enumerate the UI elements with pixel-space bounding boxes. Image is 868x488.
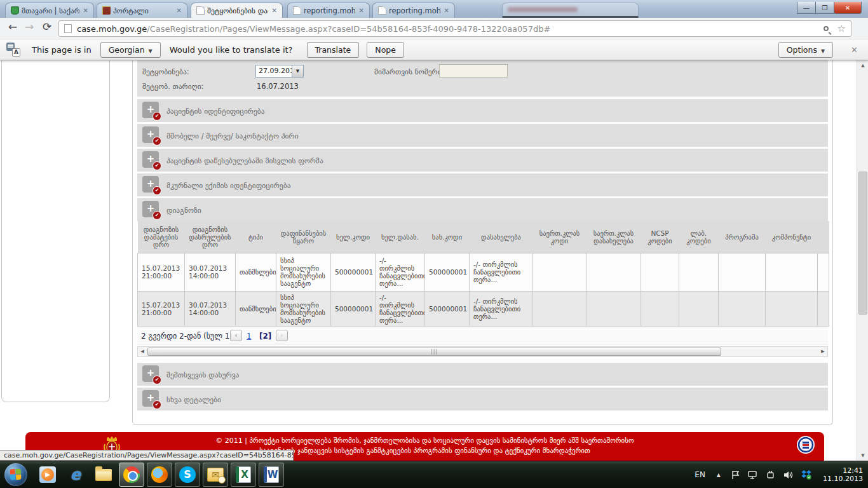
scroll-down-icon[interactable]: ▼ — [858, 451, 868, 461]
address-bar[interactable]: case.moh.gov.ge/CaseRegistration/Pages/V… — [58, 20, 851, 37]
chevron-down-icon: ▼ — [149, 48, 153, 54]
cell: თანმხლები — [236, 291, 276, 326]
column-header: ლაბ. კოდები — [679, 221, 719, 253]
cell: სსიპ სოციალური მომსახურების სააგენტო — [276, 291, 331, 326]
options-dropdown[interactable]: Options▼ — [778, 42, 833, 58]
network-icon[interactable] — [748, 470, 759, 480]
cell: 500000001 — [331, 253, 376, 291]
prev-page-button[interactable]: ‹ — [230, 330, 242, 341]
page-favicon-icon — [293, 6, 301, 15]
speaker-icon[interactable] — [783, 470, 794, 480]
bookmark-star-icon[interactable]: ☆ — [837, 23, 846, 34]
taskbar-chrome-active[interactable] — [119, 463, 144, 487]
referral-number-label: მიმართვის ნომერი — [374, 67, 442, 76]
column-header: დიაგნოზის დასრულების დრო — [185, 221, 236, 253]
section-parent-guardian-contact[interactable]: +✔ მშობელი / მეურვე/ საკონტაქტო პირი — [137, 124, 828, 147]
table-row[interactable]: 15.07.2013 21:00:00 30.07.2013 14:00:00 … — [138, 253, 829, 291]
status-badge: ✔ — [153, 161, 161, 170]
tab-close-icon[interactable]: ✕ — [443, 7, 451, 14]
column-header: დაფინანსების წყარო — [276, 221, 331, 253]
tab-portali[interactable]: პორტალი ✕ — [97, 3, 187, 18]
action-center-flag-icon[interactable] — [731, 470, 740, 480]
expand-section-icon[interactable]: +✔ — [142, 151, 159, 168]
taskbar-outlook[interactable]: ✉ — [203, 463, 228, 487]
tab-view-message-active[interactable]: შეტყობინების დათვალ ✕ — [191, 3, 283, 18]
referral-number-input[interactable] — [439, 64, 508, 78]
status-badge: ✔ — [153, 211, 161, 220]
section-label: პაციენტის იდენტიფიცირება — [166, 107, 265, 116]
horizontal-scrollbar[interactable]: ◀ ||| ▶ — [137, 346, 828, 357]
tray-expand-icon[interactable]: ▲ — [717, 472, 721, 478]
check-icon: ✔ — [153, 212, 161, 219]
section-facility-visit-form[interactable]: +✔ პაციენტის დაწესებულებაში მისვლის ფორმ… — [137, 149, 828, 172]
cell: 30.07.2013 14:00:00 — [185, 253, 236, 291]
language-indicator[interactable]: EN — [695, 470, 705, 479]
url-text[interactable]: case.moh.gov.ge/CaseRegistration/Pages/V… — [77, 24, 824, 34]
status-badge: ✔ — [153, 137, 161, 146]
page-icon — [64, 24, 72, 33]
taskbar-clock[interactable]: 12:41 11.10.2013 — [823, 466, 863, 483]
expand-section-icon[interactable]: +✔ — [142, 102, 159, 118]
tab-mtavari[interactable]: მთავარი | საქართველ ✕ — [5, 3, 94, 18]
search-icon[interactable] — [824, 26, 829, 31]
restore-button[interactable]: ❐ — [815, 2, 834, 14]
infobar-message-prefix: This page is in — [32, 45, 92, 55]
scrollbar-thumb[interactable]: ||| — [147, 348, 721, 356]
start-button[interactable] — [4, 463, 27, 486]
infobar-close-icon[interactable]: ✕ — [847, 45, 862, 55]
taskbar-file-explorer[interactable] — [91, 463, 116, 487]
scroll-up-icon[interactable]: ▲ — [858, 60, 868, 71]
translate-button[interactable]: Translate — [307, 42, 360, 58]
forward-icon[interactable]: → — [22, 20, 37, 33]
section-case-closure[interactable]: +✔ შემთხვევის დახურვა — [137, 363, 828, 386]
taskbar-word[interactable]: W — [259, 463, 284, 487]
tab-close-icon[interactable]: ✕ — [175, 7, 183, 14]
power-plug-icon[interactable] — [766, 470, 776, 480]
dropbox-icon[interactable] — [801, 470, 811, 480]
taskbar-internet-explorer[interactable]: e — [63, 463, 88, 487]
tab-close-icon[interactable]: ✕ — [271, 7, 278, 14]
cell: -/- თირკმლის ჩანაცვლებითი თერა... — [470, 291, 533, 326]
browser-toolbar: ← → ⟳ case.moh.gov.ge/CaseRegistration/P… — [0, 18, 868, 39]
section-patient-identification[interactable]: +✔ პაციენტის იდენტიფიცირება — [137, 99, 828, 122]
dropdown-arrow-icon[interactable]: ▼ — [292, 65, 303, 77]
section-other-details[interactable]: +✔ სხვა დეტალები — [137, 388, 828, 410]
cell — [641, 253, 679, 291]
scrollbar-thumb[interactable] — [858, 172, 867, 315]
back-icon[interactable]: ← — [5, 20, 20, 33]
expand-section-icon[interactable]: +✔ — [142, 390, 159, 407]
reload-icon[interactable]: ⟳ — [39, 20, 55, 33]
windows-taskbar: ▶ e S ✉ X W EN ▲ — [0, 461, 868, 488]
nope-button[interactable]: Nope — [367, 42, 404, 58]
scroll-left-icon[interactable]: ◀ — [138, 347, 147, 356]
expand-section-icon[interactable]: +✔ — [142, 365, 159, 382]
section-label: შემთხვევის დახურვა — [166, 370, 239, 379]
vertical-scrollbar[interactable]: ▲ ▼ — [857, 60, 868, 461]
expand-section-icon[interactable]: +✔ — [142, 126, 159, 143]
cell: -/- თირკმლის ჩანაცვლებითი თერა... — [376, 291, 425, 326]
tab-close-icon[interactable]: ✕ — [358, 7, 365, 14]
page-favicon-icon — [196, 6, 205, 15]
table-row[interactable]: 15.07.2013 21:00:00 30.07.2013 14:00:00 … — [138, 291, 829, 326]
column-header: დასახელება — [470, 221, 533, 253]
taskbar-excel[interactable]: X — [231, 463, 256, 487]
scroll-right-icon[interactable]: ▶ — [818, 347, 827, 356]
taskbar-skype[interactable]: S — [175, 463, 200, 487]
tab-reporting-rep[interactable]: reporting.moh.gov.ge/Re ✕ — [287, 3, 370, 18]
expand-section-icon[interactable]: +✔ — [142, 201, 159, 217]
section-diagnosis[interactable]: +✔ დიაგნოზი — [137, 198, 828, 221]
close-button[interactable]: ✕ — [834, 2, 862, 14]
minimize-button[interactable]: — — [797, 2, 816, 14]
taskbar-media-player[interactable]: ▶ — [35, 463, 60, 487]
next-page-button[interactable]: › — [276, 330, 288, 341]
tab-reporting-sta[interactable]: reporting.moh.gov.ge/Sta ✕ — [372, 3, 455, 18]
language-dropdown[interactable]: Georgian▼ — [100, 42, 161, 58]
taskbar-firefox[interactable] — [147, 463, 172, 487]
cell — [719, 253, 766, 291]
message-date-dropdown[interactable]: 27.09.2013 18:14 ▼ — [255, 65, 304, 78]
tab-close-icon[interactable]: ✕ — [82, 7, 90, 14]
section-attending-doctor[interactable]: +✔ მკურნალი ექიმის იდენტიფიცირება — [137, 173, 828, 196]
expand-section-icon[interactable]: +✔ — [142, 176, 159, 193]
status-badge: ✔ — [153, 112, 161, 121]
page-1-link[interactable]: 1 — [247, 332, 252, 341]
